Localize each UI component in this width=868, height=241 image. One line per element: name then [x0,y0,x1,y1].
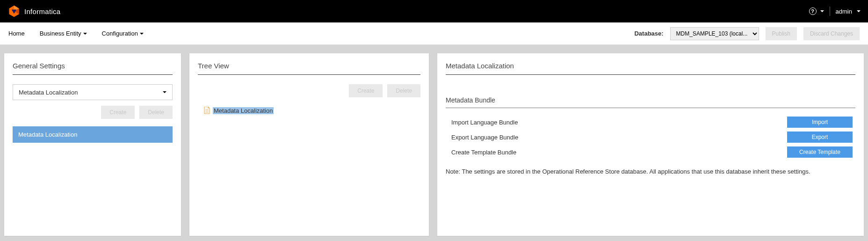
database-label: Database: [634,30,663,37]
list-item-metadata-localization[interactable]: Metadata Localization [13,126,173,143]
bundle-row-create-template: Create Template Bundle Create Template [446,145,855,160]
tree-node-label: Metadata Localization [213,107,274,114]
discard-button[interactable]: Discard Changes [803,27,860,40]
brand-name: Informatica [24,7,61,15]
create-template-button[interactable]: Create Template [787,146,853,158]
help-icon: ? [809,7,817,15]
button-row: Create Delete [13,106,173,119]
menu-home[interactable]: Home [8,30,25,37]
menu-right: Database: MDM_SAMPLE_103 (local... Publi… [634,27,860,40]
content-area: General Settings Metadata Localization C… [0,45,868,241]
chevron-down-icon [140,33,144,35]
logo-area: Informatica [7,5,61,18]
tree-actions: Create Delete [198,84,420,97]
dropdown-value: Metadata Localization [19,89,78,96]
publish-button[interactable]: Publish [766,27,797,40]
bundle-row-export: Export Language Bundle Export [446,130,855,145]
tree-delete-button[interactable]: Delete [387,84,420,97]
section-title: Metadata Bundle [446,96,855,108]
tree-create-button[interactable]: Create [349,84,383,97]
top-right: ? admin [809,7,861,16]
tree-view-panel: Tree View Create Delete Metadata Localiz… [189,53,429,236]
create-button[interactable]: Create [101,106,135,119]
delete-button[interactable]: Delete [139,106,173,119]
database-select[interactable]: MDM_SAMPLE_103 (local... [670,27,759,40]
menu-bar: Home Business Entity Configuration Datab… [0,22,868,45]
help-menu[interactable]: ? [809,7,824,15]
menu-business-entity[interactable]: Business Entity [40,30,87,37]
panel-title: General Settings [13,62,173,75]
menu-left: Home Business Entity Configuration [8,30,144,37]
import-button[interactable]: Import [787,117,853,128]
chevron-down-icon [820,10,824,12]
general-settings-panel: General Settings Metadata Localization C… [4,53,181,236]
user-menu[interactable]: admin [836,8,861,15]
user-name: admin [836,8,852,15]
menu-business-entity-label: Business Entity [40,30,81,37]
export-button[interactable]: Export [787,131,853,143]
chevron-down-icon [83,33,87,35]
bundle-label: Create Template Bundle [451,149,516,156]
metadata-localization-panel: Metadata Localization Metadata Bundle Im… [437,53,864,236]
bundle-label: Import Language Bundle [451,119,518,126]
bundle-label: Export Language Bundle [451,134,518,141]
chevron-down-icon [857,10,861,12]
note-text: Note: The settings are stored in the Ope… [446,167,855,176]
file-icon [203,107,210,114]
informatica-logo-icon [7,5,21,18]
top-bar: Informatica ? admin [0,0,868,22]
bundle-row-import: Import Language Bundle Import [446,115,855,130]
menu-configuration[interactable]: Configuration [102,30,144,37]
menu-configuration-label: Configuration [102,30,138,37]
panel-title: Tree View [198,62,420,75]
divider [830,7,830,16]
settings-dropdown[interactable]: Metadata Localization [13,84,173,100]
tree-node[interactable]: Metadata Localization [198,107,420,114]
chevron-down-icon [163,91,166,93]
panel-title: Metadata Localization [446,62,855,75]
